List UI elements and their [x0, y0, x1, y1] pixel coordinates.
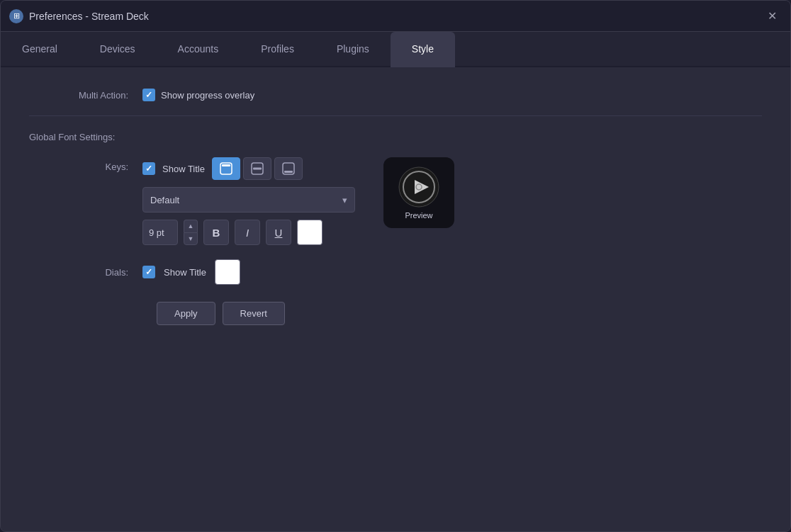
tab-general[interactable]: General [1, 32, 79, 67]
title-pos-bottom-icon [281, 161, 296, 176]
font-size-down-button[interactable]: ▼ [184, 232, 198, 245]
content-area: Multi Action: Show progress overlay Glob… [1, 67, 790, 531]
title-bar: ⊞ Preferences - Stream Deck ✕ [1, 1, 790, 32]
global-font-settings-label: Global Font Settings: [29, 132, 115, 142]
svg-rect-3 [253, 168, 262, 170]
global-font-settings-wrapper: Global Font Settings: [29, 130, 762, 143]
show-progress-overlay-label: Show progress overlay [161, 90, 254, 101]
dials-label: Dials: [29, 267, 142, 278]
main-window: ⊞ Preferences - Stream Deck ✕ General De… [0, 0, 791, 532]
title-pos-top-button[interactable] [212, 157, 240, 180]
title-pos-bottom-button[interactable] [274, 157, 303, 180]
dials-content: Show Title [142, 259, 240, 285]
font-name: Default [150, 195, 179, 205]
underline-button[interactable]: U [266, 220, 291, 245]
title-pos-top-icon [218, 161, 234, 176]
font-controls: ▲ ▼ B I U [142, 220, 355, 245]
multi-action-row: Multi Action: Show progress overlay [29, 89, 762, 101]
revert-button[interactable]: Revert [223, 302, 285, 325]
show-title-row: Show Title [142, 157, 355, 180]
tab-devices[interactable]: Devices [79, 32, 157, 67]
bold-button[interactable]: B [203, 220, 229, 245]
apply-button[interactable]: Apply [157, 302, 215, 325]
text-color-swatch[interactable] [297, 220, 322, 245]
tab-bar: General Devices Accounts Profiles Plugin… [1, 32, 790, 67]
multi-action-label: Multi Action: [29, 90, 142, 101]
preview-box: Preview [383, 157, 454, 228]
title-position-buttons [212, 157, 303, 180]
keys-row: Keys: Show Title [29, 157, 762, 245]
preview-label: Preview [405, 211, 432, 220]
svg-rect-5 [284, 171, 293, 173]
keys-content: Show Title [142, 157, 454, 245]
font-size-up-button[interactable]: ▲ [184, 220, 198, 232]
svg-rect-1 [222, 164, 230, 166]
action-buttons: Apply Revert [157, 302, 285, 325]
action-buttons-row: Apply Revert [157, 299, 762, 325]
dropdown-chevron-icon: ▾ [342, 195, 347, 205]
font-dropdown[interactable]: Default ▾ [142, 187, 355, 213]
dials-color-swatch[interactable] [215, 259, 240, 285]
show-title-dials-checkbox[interactable] [142, 266, 155, 278]
tab-profiles[interactable]: Profiles [240, 32, 315, 67]
app-icon: ⊞ [9, 9, 23, 23]
title-pos-middle-button[interactable] [243, 157, 271, 180]
multi-action-checkbox-wrapper: Show progress overlay [142, 89, 254, 101]
tab-plugins[interactable]: Plugins [315, 32, 391, 67]
tab-accounts[interactable]: Accounts [157, 32, 240, 67]
title-pos-middle-icon [249, 161, 265, 176]
preview-icon [398, 166, 440, 208]
divider-1 [29, 115, 762, 116]
tab-style[interactable]: Style [391, 32, 455, 67]
keys-controls: Show Title [142, 157, 355, 245]
font-size-stepper: ▲ ▼ [184, 220, 198, 245]
show-title-keys-label: Show Title [162, 164, 205, 174]
show-progress-overlay-checkbox[interactable] [142, 89, 155, 101]
keys-label: Keys: [29, 157, 142, 172]
show-title-dials-label: Show Title [164, 267, 206, 278]
close-button[interactable]: ✕ [762, 6, 782, 26]
window-title: Preferences - Stream Deck [29, 11, 762, 22]
font-size-input[interactable] [142, 220, 178, 245]
show-title-keys-checkbox[interactable] [142, 162, 155, 175]
italic-button[interactable]: I [235, 220, 260, 245]
dials-row: Dials: Show Title [29, 259, 762, 285]
